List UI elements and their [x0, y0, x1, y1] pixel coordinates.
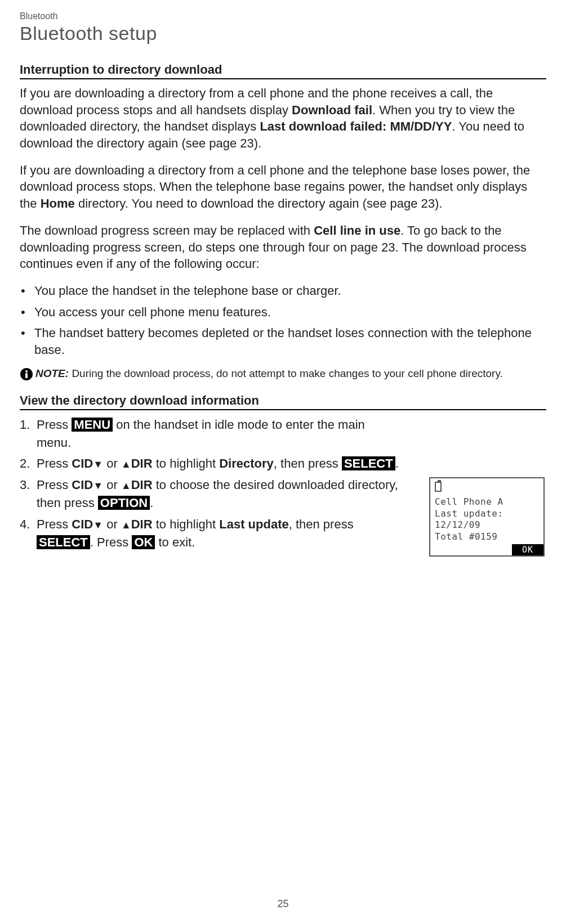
- note-block: NOTE: During the download process, do no…: [20, 366, 546, 381]
- screen-line: 12/12/09: [435, 519, 539, 531]
- option-key: OPTION: [98, 496, 150, 510]
- step-4: Press CID▼ or ▲DIR to highlight Last upd…: [20, 515, 403, 551]
- last-update-label: Last update: [219, 517, 288, 531]
- steps-list: Press MENU on the handset in idle mode t…: [20, 416, 403, 551]
- menu-key: MENU: [72, 418, 113, 432]
- screen-body: Cell Phone A Last update: 12/12/09 Total…: [430, 478, 543, 544]
- ok-key: OK: [132, 535, 155, 549]
- text: .: [395, 456, 399, 470]
- text: Press: [37, 478, 72, 492]
- cid-label: CID: [72, 517, 93, 531]
- screen-line: Last update:: [435, 508, 539, 520]
- down-triangle-icon: ▼: [93, 459, 103, 470]
- screen-line: Cell Phone A: [435, 496, 539, 508]
- screen-line: Total #0159: [435, 531, 539, 543]
- down-triangle-icon: ▼: [93, 480, 103, 491]
- select-key: SELECT: [37, 535, 90, 549]
- step-3: Press CID▼ or ▲DIR to choose the desired…: [20, 476, 403, 512]
- dir-label: DIR: [131, 517, 153, 531]
- bold-home: Home: [41, 196, 75, 210]
- bold-download-fail: Download fail: [292, 103, 372, 117]
- paragraph-download-fail: If you are downloading a directory from …: [20, 85, 546, 152]
- down-triangle-icon: ▼: [93, 519, 103, 531]
- text: or: [103, 517, 121, 531]
- breadcrumb: Bluetooth: [20, 11, 546, 21]
- bullet-list: You place the handset in the telephone b…: [20, 282, 546, 358]
- page-number: 25: [0, 898, 566, 910]
- cid-label: CID: [72, 456, 93, 470]
- text: During the download process, do not atte…: [69, 367, 503, 379]
- text: Press: [37, 456, 72, 470]
- svg-rect-2: [25, 373, 28, 378]
- ok-softkey: OK: [512, 544, 543, 555]
- text: Press: [37, 517, 72, 531]
- directory-label: Directory: [219, 456, 274, 470]
- text: or: [103, 456, 121, 470]
- select-key: SELECT: [342, 456, 395, 470]
- cid-label: CID: [72, 478, 93, 492]
- text: or: [103, 478, 121, 492]
- text: .: [150, 496, 153, 510]
- bullet-item: You access your cell phone menu features…: [20, 304, 546, 321]
- note-label: NOTE:: [35, 367, 69, 379]
- info-icon: [20, 367, 33, 381]
- bold-cell-line-in-use: Cell line in use: [314, 223, 400, 237]
- text: , then press: [274, 456, 342, 470]
- page-title: Bluetooth setup: [20, 23, 546, 44]
- battery-icon: [435, 482, 442, 492]
- text: to highlight: [153, 456, 220, 470]
- text: , then press: [289, 517, 354, 531]
- section-heading-interruption: Interruption to directory download: [20, 62, 546, 79]
- bold-last-download-failed: Last download failed: MM/DD/YY: [260, 119, 452, 133]
- section-heading-view-info: View the directory download information: [20, 393, 546, 410]
- handset-screen-display: Cell Phone A Last update: 12/12/09 Total…: [429, 477, 545, 557]
- dir-label: DIR: [131, 456, 153, 470]
- text: Press: [37, 418, 72, 432]
- up-triangle-icon: ▲: [121, 459, 131, 470]
- bullet-item: The handset battery becomes depleted or …: [20, 325, 546, 358]
- paragraph-cell-line: The download progress screen may be repl…: [20, 222, 546, 272]
- step-2: Press CID▼ or ▲DIR to highlight Director…: [20, 455, 403, 473]
- step-1: Press MENU on the handset in idle mode t…: [20, 416, 403, 452]
- note-text: NOTE: During the download process, do no…: [35, 366, 503, 381]
- bullet-item: You place the handset in the telephone b…: [20, 282, 546, 299]
- dir-label: DIR: [131, 478, 153, 492]
- text: The download progress screen may be repl…: [20, 223, 314, 237]
- text: . Press: [90, 535, 132, 549]
- paragraph-power-loss: If you are downloading a directory from …: [20, 162, 546, 212]
- up-triangle-icon: ▲: [121, 480, 131, 491]
- text: to exit.: [155, 535, 195, 549]
- text: to highlight: [153, 517, 220, 531]
- up-triangle-icon: ▲: [121, 519, 131, 531]
- softkey-row: OK: [430, 544, 543, 555]
- svg-point-1: [25, 370, 28, 373]
- text: directory. You need to download the dire…: [75, 196, 443, 210]
